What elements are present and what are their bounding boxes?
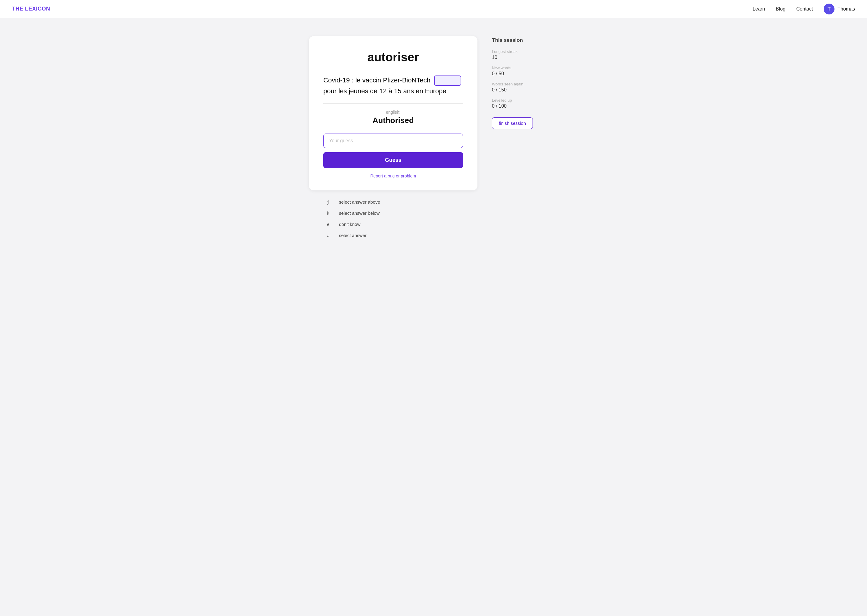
stat-value-streak: 10 bbox=[492, 55, 558, 60]
shortcut-row-j: j select answer above bbox=[323, 196, 463, 207]
avatar: T bbox=[824, 4, 834, 14]
shortcut-desc-k: select answer below bbox=[339, 211, 380, 216]
shortcut-row-k: k select answer below bbox=[323, 207, 463, 218]
nav-blog-link[interactable]: Blog bbox=[776, 6, 785, 12]
shortcut-row-enter: ↵ select answer bbox=[323, 230, 463, 241]
shortcut-row-e: e don't know bbox=[323, 218, 463, 230]
stat-words-seen: Words seen again 0 / 150 bbox=[492, 82, 558, 93]
stat-label-new-words: New words bbox=[492, 66, 558, 70]
stat-levelled-up: Levelled up 0 / 100 bbox=[492, 98, 558, 109]
shortcut-key-j: j bbox=[323, 200, 333, 204]
shortcut-key-k: k bbox=[323, 211, 333, 216]
session-sidebar: This session Longest streak 10 New words… bbox=[492, 36, 558, 129]
hint-word: Authorised bbox=[323, 116, 463, 125]
stat-value-words-seen: 0 / 150 bbox=[492, 87, 558, 93]
nav-user[interactable]: T Thomas bbox=[824, 4, 855, 14]
stat-label-words-seen: Words seen again bbox=[492, 82, 558, 86]
stat-value-levelled-up: 0 / 100 bbox=[492, 104, 558, 109]
nav-links: Learn Blog Contact T Thomas bbox=[753, 4, 855, 14]
word-title: autoriser bbox=[323, 50, 463, 64]
shortcut-desc-enter: select answer bbox=[339, 233, 367, 238]
sentence-gap bbox=[434, 75, 461, 86]
site-logo[interactable]: THE LEXICON bbox=[12, 6, 50, 12]
shortcut-key-e: e bbox=[323, 222, 333, 227]
session-title: This session bbox=[492, 37, 558, 43]
shortcut-key-enter: ↵ bbox=[323, 233, 333, 238]
nav-contact-link[interactable]: Contact bbox=[796, 6, 813, 12]
report-link[interactable]: Report a bug or problem bbox=[323, 174, 463, 178]
main-column: autoriser Covid-19 : le vaccin Pfizer-Bi… bbox=[309, 36, 478, 241]
page-content: autoriser Covid-19 : le vaccin Pfizer-Bi… bbox=[0, 18, 867, 259]
sentence-block: Covid-19 : le vaccin Pfizer-BioNTech pou… bbox=[323, 75, 463, 96]
finish-session-button[interactable]: finish session bbox=[492, 117, 533, 129]
stat-label-levelled-up: Levelled up bbox=[492, 98, 558, 102]
stat-label-streak: Longest streak bbox=[492, 49, 558, 54]
quiz-card: autoriser Covid-19 : le vaccin Pfizer-Bi… bbox=[309, 36, 478, 190]
guess-button[interactable]: Guess bbox=[323, 152, 463, 168]
nav-learn-link[interactable]: Learn bbox=[753, 6, 765, 12]
guess-input[interactable] bbox=[323, 134, 463, 148]
shortcut-desc-e: don't know bbox=[339, 222, 360, 227]
sentence-before: Covid-19 : le vaccin Pfizer-BioNTech bbox=[323, 76, 430, 84]
shortcut-desc-j: select answer above bbox=[339, 200, 380, 204]
stat-new-words: New words 0 / 50 bbox=[492, 66, 558, 76]
stat-value-new-words: 0 / 50 bbox=[492, 71, 558, 76]
stat-longest-streak: Longest streak 10 bbox=[492, 49, 558, 60]
hint-label: english: bbox=[323, 110, 463, 115]
shortcuts-block: j select answer above k select answer be… bbox=[309, 190, 478, 241]
sentence-after: pour les jeunes de 12 à 15 ans en Europe bbox=[323, 87, 446, 95]
divider bbox=[323, 104, 463, 104]
navbar: THE LEXICON Learn Blog Contact T Thomas bbox=[0, 0, 867, 18]
username: Thomas bbox=[837, 6, 855, 12]
